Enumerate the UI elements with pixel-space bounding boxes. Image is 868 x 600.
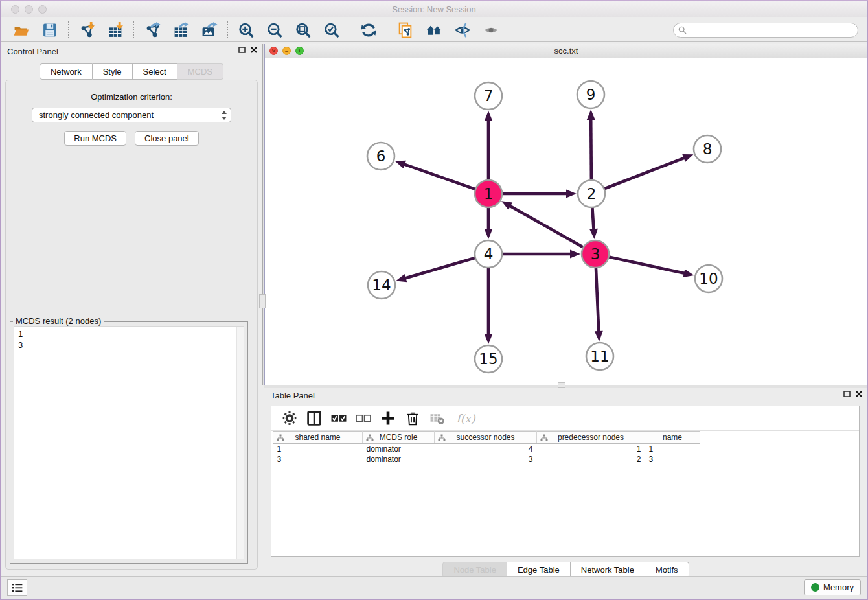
graph-edge-2-3[interactable] bbox=[592, 205, 593, 230]
table-cell[interactable]: 3 bbox=[435, 454, 537, 465]
open-folder-icon[interactable] bbox=[12, 21, 31, 39]
graph-edge-3-1[interactable] bbox=[509, 205, 585, 248]
zoom-out-icon[interactable] bbox=[265, 21, 284, 39]
control-panel-header: Control Panel bbox=[1, 44, 262, 60]
control-panel-title: Control Panel bbox=[7, 47, 58, 56]
node-table[interactable]: shared nameMCDS rolesuccessor nodesprede… bbox=[273, 431, 700, 465]
graph-edge-4-14[interactable] bbox=[405, 257, 477, 279]
network-window-titlebar[interactable]: ✕ − + scc.txt bbox=[265, 44, 867, 58]
float-panel-icon[interactable] bbox=[238, 47, 246, 53]
add-icon[interactable] bbox=[379, 410, 397, 427]
optimization-criterion-select[interactable]: strongly connected component bbox=[32, 108, 231, 122]
table-cell[interactable]: 2 bbox=[537, 454, 645, 465]
tab-network[interactable]: Network bbox=[40, 63, 93, 80]
delete-table-icon bbox=[428, 410, 446, 427]
vertical-splitter-grip[interactable] bbox=[259, 294, 266, 308]
tab-mcds[interactable]: MCDS bbox=[177, 63, 223, 80]
search-box bbox=[673, 23, 858, 38]
column-header-shared-name[interactable]: shared name bbox=[273, 432, 363, 444]
table-cell[interactable]: dominator bbox=[363, 454, 435, 465]
graph-edge-1-6[interactable] bbox=[404, 164, 477, 190]
graph-node-label: 9 bbox=[586, 86, 596, 103]
optimization-criterion-label: Optimization criterion: bbox=[6, 92, 257, 102]
column-header-successor-nodes[interactable]: successor nodes bbox=[435, 432, 537, 444]
delete-icon[interactable] bbox=[404, 410, 422, 427]
zoom-in-icon[interactable] bbox=[236, 21, 256, 39]
gear-icon[interactable] bbox=[280, 410, 299, 427]
graph-node-label: 7 bbox=[484, 87, 494, 104]
graph-edge-arrowhead bbox=[566, 190, 577, 198]
mcds-result-box: MCDS result (2 nodes) 13 bbox=[10, 321, 248, 564]
table-cell[interactable]: 1 bbox=[645, 444, 700, 454]
mcds-result-scrollbar[interactable] bbox=[236, 327, 244, 559]
export-table-icon[interactable] bbox=[171, 21, 190, 39]
graph-edge-arrowhead bbox=[395, 161, 406, 168]
graph-node-label: 6 bbox=[376, 148, 386, 165]
table-toolbar: f(x) bbox=[271, 406, 859, 431]
save-icon[interactable] bbox=[40, 21, 60, 39]
graph-edge-arrowhead bbox=[682, 154, 693, 162]
tab-style[interactable]: Style bbox=[93, 63, 133, 80]
graph-edge-arrowhead bbox=[396, 274, 407, 282]
zoom-selected-icon[interactable] bbox=[322, 21, 341, 39]
table-row[interactable]: 3dominator323 bbox=[273, 454, 700, 465]
graph-edge-3-11[interactable] bbox=[596, 266, 599, 332]
column-header-predecessor-nodes[interactable]: predecessor nodes bbox=[537, 432, 645, 444]
task-history-button[interactable] bbox=[7, 579, 27, 596]
graph-node-label: 1 bbox=[484, 185, 494, 202]
eye-icon[interactable] bbox=[481, 21, 501, 39]
toolbar-separator bbox=[227, 21, 228, 38]
table-panel-content: f(x) shared nameMCDS rolesuccessor nodes… bbox=[271, 406, 860, 557]
export-image-icon[interactable] bbox=[200, 21, 219, 39]
columns-icon[interactable] bbox=[305, 410, 323, 427]
table-cell[interactable]: dominator bbox=[363, 444, 435, 454]
graph-edge-2-9[interactable] bbox=[591, 119, 591, 182]
session-title: Session: New Session bbox=[1, 5, 867, 14]
memory-button[interactable]: Memory bbox=[804, 579, 861, 595]
tab-select[interactable]: Select bbox=[133, 63, 177, 80]
search-input[interactable] bbox=[673, 23, 858, 38]
float-table-panel-icon[interactable] bbox=[843, 391, 851, 397]
network-graph: 1234678910111415 bbox=[265, 58, 868, 385]
graph-edge-3-10[interactable] bbox=[607, 257, 685, 273]
close-panel-icon[interactable] bbox=[251, 47, 257, 53]
select-all-icon[interactable] bbox=[330, 410, 348, 427]
column-header-MCDS-role[interactable]: MCDS role bbox=[363, 432, 435, 444]
toolbar-separator bbox=[387, 21, 387, 38]
select-stepper-icon bbox=[221, 110, 227, 121]
select-value: strongly connected component bbox=[39, 110, 154, 120]
zoom-fit-icon[interactable] bbox=[293, 21, 313, 39]
toolbar-separator bbox=[68, 21, 69, 38]
table-cell[interactable]: 4 bbox=[435, 444, 537, 454]
graph-edge-arrowhead bbox=[570, 250, 580, 259]
table-cell[interactable]: 3 bbox=[645, 454, 700, 465]
import-table-icon[interactable] bbox=[106, 21, 125, 39]
graph-edge-2-8[interactable] bbox=[602, 157, 685, 189]
network-from-document-icon[interactable] bbox=[396, 21, 415, 39]
refresh-icon[interactable] bbox=[359, 21, 378, 39]
table-cell[interactable]: 3 bbox=[273, 454, 363, 465]
mcds-result-list: 13 bbox=[14, 327, 244, 352]
export-network-icon[interactable] bbox=[143, 21, 162, 39]
graph-edge-arrowhead bbox=[501, 201, 512, 210]
network-graph-canvas[interactable]: 1234678910111415 bbox=[265, 58, 867, 385]
table-cell[interactable]: 1 bbox=[537, 444, 645, 454]
table-panel-title: Table Panel bbox=[271, 391, 315, 400]
main-toolbar bbox=[1, 18, 867, 42]
status-bar: Memory bbox=[1, 576, 867, 599]
import-network-icon[interactable] bbox=[77, 21, 97, 39]
mcds-result-item: 3 bbox=[18, 340, 240, 351]
run-mcds-button[interactable]: Run MCDS bbox=[64, 131, 126, 146]
table-cell[interactable]: 1 bbox=[273, 444, 363, 454]
graph-node-label: 11 bbox=[590, 348, 609, 365]
close-table-panel-icon[interactable] bbox=[856, 391, 862, 397]
table-row[interactable]: 1dominator411 bbox=[273, 444, 700, 454]
close-panel-button[interactable]: Close panel bbox=[135, 131, 199, 146]
horizontal-splitter-grip[interactable] bbox=[558, 382, 565, 388]
deselect-all-icon[interactable] bbox=[354, 410, 372, 427]
control-panel-tabs: NetworkStyleSelectMCDS bbox=[1, 63, 262, 80]
hide-eye-icon[interactable] bbox=[453, 21, 472, 39]
column-header-name[interactable]: name bbox=[645, 432, 700, 444]
mcds-result-list-area[interactable]: 13 bbox=[14, 326, 244, 559]
home-icon[interactable] bbox=[424, 21, 444, 39]
